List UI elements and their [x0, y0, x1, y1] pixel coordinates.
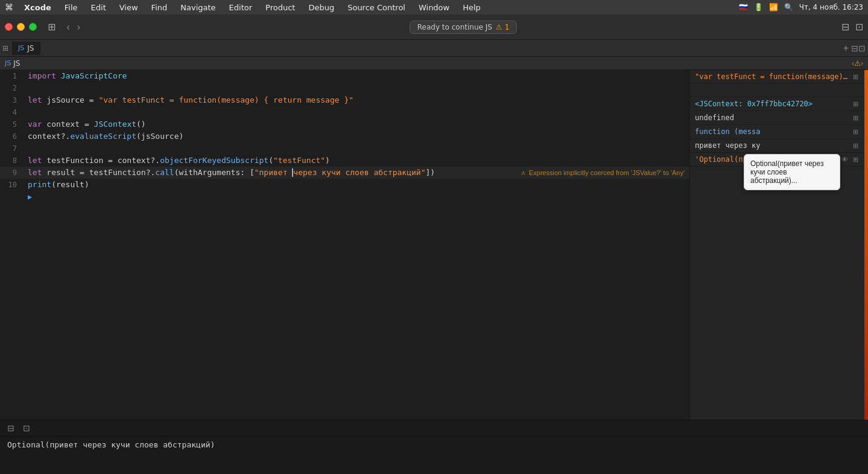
code-editor[interactable]: 1 import JavaScriptCore 2 3 let jsSource… — [0, 70, 689, 420]
console-output: Optional(привет через кучи слоев абстрак… — [7, 440, 215, 449]
menu-debug[interactable]: Debug — [306, 2, 337, 13]
inspector-eye-7[interactable]: 👁 — [840, 156, 849, 164]
inspector-row-1: "var testFunct = function(message) { ret… — [690, 70, 864, 84]
run-inline-icon[interactable]: ▶ — [28, 191, 32, 203]
menu-help[interactable]: Help — [460, 2, 483, 13]
inspector-row-6: привет через ку ⊞ — [690, 139, 864, 153]
inspector-toggle[interactable]: ⊡ — [855, 21, 863, 33]
menu-view[interactable]: View — [117, 2, 141, 13]
line-num-9: 9 — [0, 167, 25, 179]
menu-navigate[interactable]: Navigate — [178, 2, 218, 13]
line-content-1: import JavaScriptCore — [25, 70, 689, 82]
line-content-5: var context = JSContext() — [25, 118, 689, 130]
inspector-row-7: 'Optional(приве 👁 ⊞ Optional(привет чере… — [690, 153, 864, 167]
code-line-8: 8 let testFunction = context?.objectForK… — [0, 155, 689, 167]
tooltip-text: Optional(привет через кучи слоев абстрак… — [750, 159, 823, 185]
tooltip-popup: Optional(привет через кучи слоев абстрак… — [744, 154, 840, 190]
inspector-panel: "var testFunct = function(message) { ret… — [689, 70, 864, 420]
code-line-1: 1 import JavaScriptCore — [0, 70, 689, 82]
code-line-9: 9 let result = testFunction?.call(withAr… — [0, 167, 689, 179]
inspector-copy-1[interactable]: ⊞ — [852, 73, 860, 81]
code-line-4: 4 — [0, 106, 689, 118]
menu-product[interactable]: Product — [263, 2, 297, 13]
inspector-row-3: <JSContext: 0x7ff7bbc42720> ⊞ — [690, 97, 864, 111]
bottom-panel: ⊟ ⊡ Optional(привет через кучи слоев абс… — [0, 420, 868, 474]
breadcrumb-js-icon: JS — [5, 59, 11, 67]
tab-js[interactable]: JS JS — [12, 42, 40, 55]
code-line-6: 6 context?.evaluateScript(jsSource) — [0, 130, 689, 143]
code-line-10: 10 print(result) ▶ — [0, 179, 689, 191]
menu-edit[interactable]: Edit — [89, 2, 109, 13]
close-button[interactable] — [5, 23, 13, 31]
nav-back[interactable]: ‹ — [64, 21, 72, 34]
warning-icon: ⚠ — [496, 23, 502, 31]
warning-badge[interactable]: ⚠ 1 — [496, 23, 509, 31]
nav-forward[interactable]: › — [75, 21, 83, 34]
inspector-copy-3[interactable]: ⊞ — [852, 100, 860, 108]
editor-layout-button[interactable]: ⊟ — [841, 21, 849, 33]
inspector-value-4: undefined — [695, 114, 849, 122]
maximize-button[interactable] — [29, 23, 37, 31]
line-num-6: 6 — [0, 130, 25, 143]
line-num-3: 3 — [0, 94, 25, 106]
menu-source-control[interactable]: Source Control — [345, 2, 408, 13]
toolbar: ⊞ ‹ › Ready to continue JS ⚠ 1 ⊟ ⊡ — [0, 14, 868, 40]
bottom-panel-split[interactable]: ⊡ — [21, 422, 33, 434]
tab-js-label: JS — [27, 44, 34, 53]
add-tab-button[interactable]: + — [843, 43, 849, 54]
editor-inspector-container: 1 import JavaScriptCore 2 3 let jsSource… — [0, 70, 868, 420]
inspector-copy-6[interactable]: ⊞ — [852, 142, 860, 150]
breadcrumb-label: JS — [13, 59, 20, 68]
breadcrumb-forward[interactable]: › — [861, 59, 863, 68]
line-content-6: context?.evaluateScript(jsSource) — [25, 130, 689, 143]
menu-editor[interactable]: Editor — [227, 2, 255, 13]
tab-bar: ⊞ JS JS + ⊟ ⊡ — [0, 40, 868, 57]
toolbar-right: ⊟ ⊡ — [841, 21, 863, 33]
battery-icon: 🔋 — [754, 3, 763, 11]
warning-triangle-icon: ⚠ — [521, 167, 525, 179]
status-text: Ready to continue JS — [417, 23, 492, 31]
right-edge-bar — [864, 70, 868, 420]
line-content-3: let jsSource = "var testFunct = function… — [25, 94, 689, 106]
menu-find[interactable]: Find — [149, 2, 170, 13]
status-bar: Ready to continue JS ⚠ 1 — [410, 21, 517, 34]
inspector-row-4: undefined ⊞ — [690, 111, 864, 125]
wifi-icon: 📶 — [769, 3, 778, 11]
bottom-panel-minimize[interactable]: ⊟ — [5, 422, 17, 434]
line-num-4: 4 — [0, 106, 25, 118]
menu-xcode[interactable]: Xcode — [22, 2, 54, 13]
inspector-copy-7[interactable]: ⊞ — [852, 156, 860, 164]
menu-window[interactable]: Window — [416, 2, 452, 13]
bottom-panel-output: Optional(привет через кучи слоев абстрак… — [0, 437, 868, 474]
line-num-2: 2 — [0, 82, 25, 94]
warning-indicator-9: ⚠ Expression implicitly coerced from 'JS… — [516, 167, 689, 179]
menu-file[interactable]: File — [62, 2, 80, 13]
traffic-lights — [5, 23, 37, 31]
minimize-button[interactable] — [17, 23, 25, 31]
line-content-10: print(result) — [25, 179, 689, 191]
inspector-copy-5[interactable]: ⊞ — [852, 128, 860, 136]
search-icon[interactable]: 🔍 — [784, 3, 793, 11]
warning-count: 1 — [505, 23, 510, 31]
inspector-value-3: <JSContext: 0x7ff7bbc42720> — [695, 100, 849, 108]
split-editor-button[interactable]: ⊟ — [851, 43, 858, 53]
inspector-copy-4[interactable]: ⊞ — [852, 114, 860, 122]
nav-buttons: ‹ › — [64, 21, 83, 34]
code-line-2: 2 — [0, 82, 689, 94]
code-line-3: 3 let jsSource = "var testFunct = functi… — [0, 94, 689, 106]
sidebar-toggle[interactable]: ⊞ — [44, 19, 59, 34]
code-line-7: 7 — [0, 143, 689, 155]
line-num-10: 10 — [0, 179, 25, 191]
apple-menu[interactable]: ⌘ — [5, 2, 13, 12]
code-line-5: 5 var context = JSContext() — [0, 118, 689, 130]
line-num-5: 5 — [0, 118, 25, 130]
breadcrumb-warning-icon: ⚠ — [854, 59, 861, 68]
menubar: ⌘ Xcode File Edit View Find Navigate Edi… — [0, 0, 868, 14]
inspector-split-button[interactable]: ⊡ — [858, 43, 866, 53]
flag-icon: 🇷🇺 — [739, 3, 748, 11]
inspector-value-1: "var testFunct = function(message) { ret… — [695, 72, 849, 81]
inspector-value-6: привет через ку — [695, 141, 849, 150]
sidebar-collapse-icon[interactable]: ⊞ — [2, 44, 8, 53]
tab-js-icon: JS — [18, 44, 24, 52]
inspector-value-5: function (messa — [695, 127, 849, 136]
